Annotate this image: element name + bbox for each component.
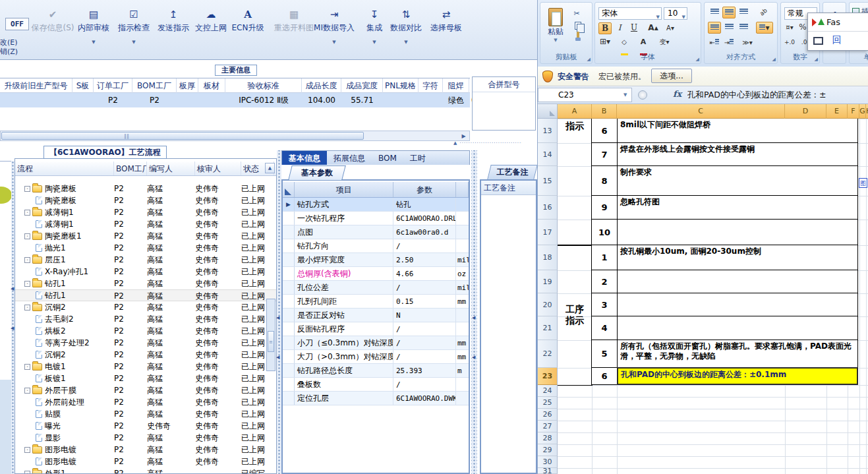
cell-B20[interactable]: 3: [591, 293, 618, 316]
param-row[interactable]: 是否正反对钻N: [283, 309, 469, 322]
borders-button[interactable]: ⊞▾: [598, 36, 612, 48]
tree-row[interactable]: -陶瓷磨板P2高猛史伟奇已上网: [15, 183, 276, 194]
expander-icon[interactable]: -: [24, 364, 30, 370]
tree-node[interactable]: -陶瓷磨板: [15, 183, 114, 194]
align-right-button[interactable]: [737, 22, 750, 34]
grid-window-icon[interactable]: 回: [832, 34, 842, 46]
tab-process-notes[interactable]: 工艺备注: [487, 165, 537, 179]
tree-row[interactable]: 图形电镀P2高猛史伟奇已上网: [15, 456, 276, 467]
tree-row[interactable]: 抛光1P2高猛史伟奇已上网: [15, 242, 276, 254]
param-value[interactable]: /: [393, 336, 456, 349]
expander-icon[interactable]: -: [24, 447, 30, 453]
formula-text[interactable]: 孔和PAD的中心到板边的距离公差：±: [687, 90, 865, 101]
tree-node[interactable]: -沉铜2: [15, 301, 114, 313]
tree-node[interactable]: 图形电镀: [15, 456, 114, 467]
cell-B22[interactable]: 5: [591, 340, 618, 368]
expander-icon[interactable]: -: [24, 257, 30, 263]
row-header-15[interactable]: 15: [538, 166, 558, 196]
param-value[interactable]: /: [393, 350, 456, 363]
row-header-19[interactable]: 19: [538, 270, 558, 293]
tree-row[interactable]: 曝光P2史伟奇史伟奇已上网: [15, 420, 276, 432]
row-header-27[interactable]: 27: [538, 421, 558, 432]
tree-row[interactable]: -减薄铜1P2高猛史伟奇已上网: [15, 206, 276, 218]
tree-row[interactable]: 贴膜P2高猛史伟奇已上网: [15, 408, 276, 420]
param-row[interactable]: 点图6c1aw00ra0.d: [283, 225, 469, 239]
tree-row[interactable]: -沉铜2P2高猛史伟奇已上网: [15, 301, 276, 313]
cell-C15[interactable]: 制作要求: [617, 165, 858, 196]
undo-menu-item[interactable]: 销(Z): [0, 47, 18, 57]
param-row[interactable]: ▶钻孔方式钻孔: [283, 198, 469, 212]
cell-C20[interactable]: [617, 293, 858, 316]
row-header-28[interactable]: 28: [538, 432, 558, 444]
tree-node[interactable]: 钻孔1: [15, 290, 114, 301]
splitter-right[interactable]: ◀◀: [471, 150, 477, 474]
tree-node[interactable]: 抛光1: [15, 242, 114, 254]
cell-B13[interactable]: 6: [591, 119, 618, 143]
toolbar-shuffle-button[interactable]: ⇄选择母板: [430, 8, 462, 34]
row-header-17[interactable]: 17: [538, 220, 558, 245]
row-header-13[interactable]: 13: [538, 119, 558, 143]
scroll-up-button[interactable]: ▲: [265, 163, 275, 173]
tree-row[interactable]: 钻孔1P2高猛史伟奇已上网: [15, 289, 276, 301]
param-value[interactable]: 6c1aw00ra0.d: [393, 225, 456, 239]
tree-node[interactable]: 外层前处理: [15, 396, 114, 408]
expander-icon[interactable]: -: [24, 388, 30, 394]
paste-button[interactable]: 粘贴▼: [544, 8, 567, 51]
param-row[interactable]: 叠板数/: [283, 378, 469, 392]
tab-拓展信息[interactable]: 拓展信息: [327, 151, 372, 165]
dropdown-arrow[interactable]: ▼: [372, 40, 376, 45]
param-value[interactable]: 6C1AWOORAO.DWK: [393, 392, 456, 405]
tree-node[interactable]: -层压1: [15, 254, 114, 266]
dropdown-arrow[interactable]: ▼: [332, 40, 335, 45]
row-header-31[interactable]: 31: [538, 468, 558, 474]
tree-node[interactable]: 沉铜2: [15, 349, 114, 361]
tree-node[interactable]: 曝光: [15, 420, 114, 432]
increase-decimal-button[interactable]: +.0: [783, 37, 796, 49]
toolbar-ecn-button[interactable]: AECN升级: [232, 8, 264, 34]
grow-font-button[interactable]: A▴: [647, 22, 660, 34]
tree-row[interactable]: 沉铜2P2高猛史伟奇已上网: [15, 349, 276, 361]
splitter-mid[interactable]: ◀◀: [277, 150, 281, 474]
cell-C21[interactable]: [617, 316, 858, 340]
param-row[interactable]: 总铜厚(含表铜)4.66oz: [283, 267, 469, 281]
cell-C16[interactable]: 忽略孔符图: [617, 195, 858, 220]
tree-node[interactable]: 减薄铜1: [15, 218, 114, 230]
tree-row[interactable]: -图形电镀P2高猛史伟奇已上网: [15, 444, 276, 456]
cell-C13[interactable]: 8mil以下间距不做阻焊桥: [617, 119, 858, 143]
param-row[interactable]: 孔位公差/mil: [283, 281, 469, 295]
scroll-right-arrow[interactable]: ▶: [459, 133, 468, 140]
orientation-button[interactable]: ab: [755, 4, 773, 22]
tree-node[interactable]: -减薄铜1: [15, 206, 114, 218]
alignment-dialog-launcher[interactable]: ◢: [772, 57, 776, 62]
align-bottom-button[interactable]: [737, 7, 750, 18]
font-color-button[interactable]: A: [637, 36, 650, 48]
number-dialog-launcher[interactable]: ◢: [815, 57, 818, 62]
expander-icon[interactable]: -: [24, 186, 30, 192]
tree-vscrollbar[interactable]: ≡: [266, 299, 275, 371]
cell-C14[interactable]: 焊盘在外形线上会露铜按文件接受露铜: [617, 142, 858, 166]
row-header-24[interactable]: 24: [538, 385, 558, 397]
cell-B18[interactable]: 1: [591, 245, 618, 270]
tree-node[interactable]: 陶瓷磨板: [15, 194, 114, 206]
tree-node[interactable]: -图形电镀: [15, 444, 114, 456]
tab-基本信息[interactable]: 基本信息: [282, 151, 327, 165]
font-dialog-launcher[interactable]: ◢: [696, 57, 699, 62]
toolbar-checkbox-button[interactable]: ☑指示检查: [118, 8, 150, 34]
tree-node[interactable]: -钻孔1: [15, 278, 114, 289]
tree-row[interactable]: 减薄铜1P2高猛史伟奇已上网: [15, 218, 276, 230]
tree-column-header[interactable]: BOM工厂: [114, 162, 147, 175]
clipboard-dialog-launcher[interactable]: ◢: [587, 57, 591, 62]
param-value[interactable]: 6C1AWOORAO.DRL: [393, 212, 456, 225]
row-header-16[interactable]: 16: [538, 196, 558, 220]
tree-row[interactable]: [15, 176, 276, 183]
align-top-button[interactable]: [708, 7, 721, 18]
decrease-indent-button[interactable]: ⇤: [708, 37, 721, 49]
tree-column-header[interactable]: 核审人: [195, 162, 241, 175]
dropdown-arrow[interactable]: ▼: [132, 40, 135, 45]
param-value[interactable]: 2.50: [393, 253, 456, 266]
param-row[interactable]: 一次钻孔程序6C1AWOORAO.DRL: [283, 212, 469, 225]
vscroll-thumb[interactable]: ≡: [268, 331, 274, 352]
tree-node[interactable]: -陶瓷磨板1: [15, 230, 114, 242]
align-left-button[interactable]: [708, 22, 721, 34]
insert-function-circle[interactable]: [638, 90, 647, 100]
